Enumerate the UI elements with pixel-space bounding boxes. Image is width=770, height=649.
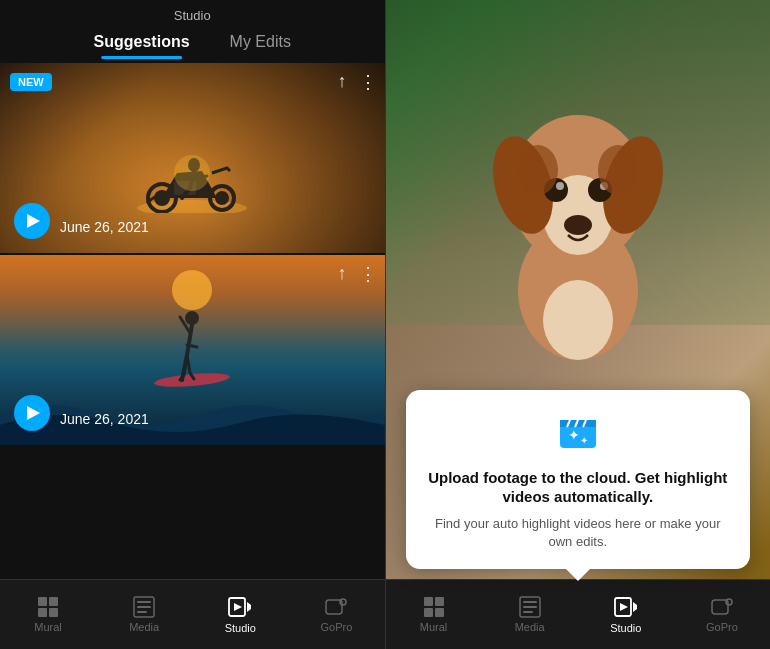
media-icon-right xyxy=(519,596,541,618)
svg-rect-17 xyxy=(137,606,151,608)
nav-studio-right[interactable]: Studio xyxy=(578,595,674,634)
svg-point-8 xyxy=(174,155,210,191)
svg-text:✦: ✦ xyxy=(568,427,580,443)
tab-suggestions[interactable]: Suggestions xyxy=(74,27,210,59)
nav-gopro-right[interactable]: GoPro xyxy=(674,596,770,633)
svg-rect-53 xyxy=(523,611,533,613)
svg-point-35 xyxy=(543,280,613,360)
more-button-2[interactable]: ⋮ xyxy=(359,263,377,285)
svg-point-23 xyxy=(340,599,346,605)
nav-mural-label-right: Mural xyxy=(420,621,448,633)
mural-icon-right xyxy=(423,596,445,618)
svg-rect-18 xyxy=(137,611,147,613)
nav-gopro-label-left: GoPro xyxy=(321,621,353,633)
svg-marker-20 xyxy=(247,602,251,612)
svg-text:✦: ✦ xyxy=(580,435,588,446)
svg-point-58 xyxy=(726,599,732,605)
nav-mural-right[interactable]: Mural xyxy=(386,596,482,633)
popup-title: Upload footage to the cloud. Get highlig… xyxy=(424,468,733,507)
svg-rect-16 xyxy=(137,601,151,603)
nav-mural-left[interactable]: Mural xyxy=(0,596,96,633)
svg-rect-48 xyxy=(424,608,433,617)
svg-rect-52 xyxy=(523,606,537,608)
nav-media-left[interactable]: Media xyxy=(96,596,192,633)
play-button-2[interactable] xyxy=(14,395,50,431)
studio-icon-left xyxy=(228,595,252,619)
svg-point-32 xyxy=(556,182,564,190)
video-list: NEW ↑ ⋮ June 26, 2021 xyxy=(0,63,385,579)
app-title: Studio xyxy=(0,8,385,23)
nav-studio-label-right: Studio xyxy=(610,622,641,634)
tab-my-edits[interactable]: My Edits xyxy=(210,27,311,59)
popup-description: Find your auto highlight videos here or … xyxy=(424,515,733,551)
share-button-1[interactable]: ↑ xyxy=(338,71,347,93)
tooltip-popup: ✦ ✦ Upload footage to the cloud. Get hig… xyxy=(406,390,751,569)
svg-rect-12 xyxy=(49,597,58,606)
video-thumbnail-surf xyxy=(0,255,385,445)
nav-studio-label-left: Studio xyxy=(225,622,256,634)
surfer-silhouette xyxy=(152,295,232,395)
svg-rect-51 xyxy=(523,601,537,603)
card-actions-2: ↑ ⋮ xyxy=(338,263,377,285)
video-card-1[interactable]: NEW ↑ ⋮ June 26, 2021 xyxy=(0,63,385,253)
svg-point-10 xyxy=(185,311,199,325)
svg-point-36 xyxy=(518,145,558,195)
nav-gopro-label-right: GoPro xyxy=(706,621,738,633)
svg-rect-47 xyxy=(435,597,444,606)
svg-rect-46 xyxy=(424,597,433,606)
nav-media-right[interactable]: Media xyxy=(482,596,578,633)
media-icon-left xyxy=(133,596,155,618)
video-card-2[interactable]: ↑ ⋮ June 26, 2021 xyxy=(0,255,385,445)
svg-point-4 xyxy=(215,191,229,205)
bottom-nav-right: Mural Media Studio GoPro xyxy=(386,579,771,649)
cloud-icon-wrap: ✦ ✦ xyxy=(424,410,733,458)
moto-silhouette xyxy=(132,143,252,213)
video-thumbnail-moto xyxy=(0,63,385,253)
studio-icon-right xyxy=(614,595,638,619)
nav-media-label-left: Media xyxy=(129,621,159,633)
video-date-2: June 26, 2021 xyxy=(60,411,149,427)
svg-rect-13 xyxy=(38,608,47,617)
new-badge: NEW xyxy=(10,73,52,91)
play-triangle-1 xyxy=(27,214,40,228)
svg-marker-56 xyxy=(620,603,628,611)
mural-icon-left xyxy=(37,596,59,618)
svg-point-34 xyxy=(564,215,592,235)
gopro-icon-right xyxy=(711,596,733,618)
nav-mural-label-left: Mural xyxy=(34,621,62,633)
bottom-nav-left: Mural Media Studio GoPro xyxy=(0,579,385,649)
tabs: Suggestions My Edits xyxy=(0,27,385,63)
svg-rect-14 xyxy=(49,608,58,617)
header: Studio Suggestions My Edits xyxy=(0,0,385,63)
card-actions-1: ↑ ⋮ xyxy=(338,71,377,93)
left-panel: Studio Suggestions My Edits xyxy=(0,0,385,649)
gopro-icon-left xyxy=(325,596,347,618)
svg-rect-11 xyxy=(38,597,47,606)
dog-illustration xyxy=(438,30,718,380)
nav-gopro-left[interactable]: GoPro xyxy=(288,596,384,633)
video-date-1: June 26, 2021 xyxy=(60,219,149,235)
right-panel: ✦ ✦ Upload footage to the cloud. Get hig… xyxy=(386,0,771,649)
play-triangle-2 xyxy=(27,406,40,420)
nav-media-label-right: Media xyxy=(515,621,545,633)
svg-rect-49 xyxy=(435,608,444,617)
svg-marker-55 xyxy=(633,602,637,612)
svg-marker-21 xyxy=(234,603,242,611)
share-button-2[interactable]: ↑ xyxy=(338,263,347,285)
upload-cloud-icon: ✦ ✦ xyxy=(556,410,600,454)
svg-point-37 xyxy=(598,145,638,195)
play-button-1[interactable] xyxy=(14,203,50,239)
more-button-1[interactable]: ⋮ xyxy=(359,71,377,93)
nav-studio-left[interactable]: Studio xyxy=(192,595,288,634)
